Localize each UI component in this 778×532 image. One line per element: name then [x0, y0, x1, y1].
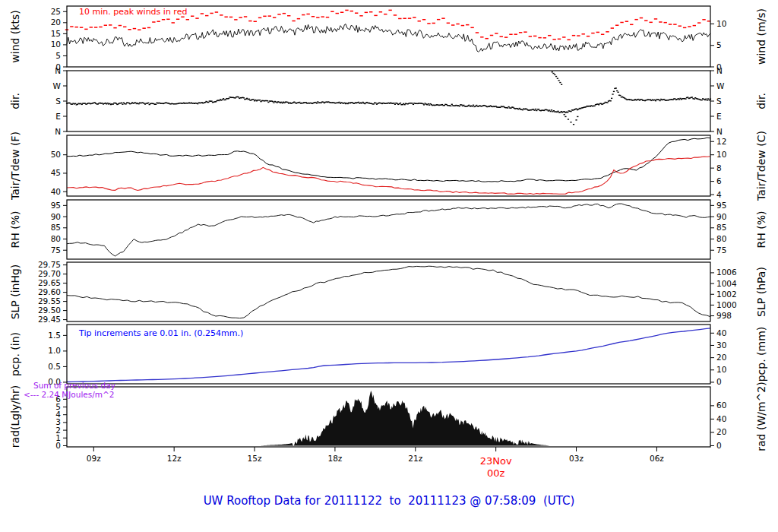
y-tick-label-right: S — [716, 97, 722, 106]
series-wind-dir — [272, 101, 274, 102]
series-wind-dir — [507, 107, 508, 108]
y-tick-label-right: 0 — [716, 377, 722, 386]
series-wind-dir — [473, 105, 474, 106]
series-wind-dir — [459, 106, 460, 106]
y-tick-label-right: 90 — [716, 212, 726, 221]
series-wind-dir — [138, 103, 139, 104]
series-wind-dir — [248, 99, 250, 100]
series-wind-dir-burst — [557, 78, 558, 79]
series-wind-dir — [561, 111, 562, 112]
series-wind-dir — [317, 101, 318, 102]
y-tick-label-left: 10 — [51, 40, 61, 49]
series-wind-dir — [557, 111, 558, 112]
series-wind-dir — [553, 110, 555, 111]
y-tick-label-right: E — [716, 112, 722, 121]
weather-meteogram: 05101520250510NESWNNESWN4045504681012758… — [0, 0, 778, 532]
x-label: 03z — [569, 454, 584, 463]
y-tick-label-left: 25 — [51, 7, 61, 16]
y-tick-label-left: E — [55, 112, 61, 121]
series-wind-dir — [708, 100, 710, 100]
series-wind-dir — [364, 103, 365, 104]
series-wind-dir — [704, 100, 706, 100]
y-tick-label-right: 998 — [716, 311, 732, 320]
series-wind-dir — [535, 109, 536, 109]
series-wind-dir — [444, 105, 445, 106]
series-wind-dir — [358, 102, 359, 103]
y-tick-label-right: 5 — [716, 40, 722, 49]
series-wind-dir-burst — [575, 119, 577, 120]
series-wind-dir — [393, 103, 394, 103]
x-label: 09z — [87, 454, 101, 463]
series-wind-dir-burst — [577, 116, 578, 117]
series-wind-dir — [207, 102, 209, 103]
rad-sum-note-line1: Sum of previous day — [33, 381, 115, 390]
series-wind-dir — [413, 104, 414, 105]
series-wind-dir — [361, 103, 362, 103]
series-wind-dir — [267, 102, 269, 103]
series-tair — [67, 138, 710, 182]
series-wind-dir — [641, 99, 643, 100]
series-rad — [67, 391, 710, 446]
series-wind-dir — [215, 101, 217, 102]
series-wind-dir — [659, 100, 661, 101]
series-wind-dir — [155, 104, 157, 105]
series-wind-dir — [472, 106, 473, 106]
y-tick-label-right: 6 — [716, 176, 722, 185]
y-tick-label-left: 45 — [51, 168, 61, 177]
series-wind-dir — [550, 111, 552, 112]
series-wind-dir-burst — [552, 73, 554, 74]
y-axis-label-temp-f: Tair/Tdew (F) — [9, 131, 21, 200]
series-wind-dir — [238, 97, 239, 97]
series-wind-dir — [273, 102, 274, 103]
y-axis-label-temp-c: Tair/Tdew (C) — [755, 131, 767, 201]
y-tick-label-right: 75 — [716, 245, 726, 255]
y-tick-label-left: 1.0 — [48, 346, 61, 355]
y-tick-label-right: W — [716, 81, 725, 90]
y-tick-label-left: 85 — [51, 223, 61, 232]
y-tick-label-right: 8 — [716, 163, 722, 173]
series-wind-dir — [707, 100, 708, 100]
series-wind-dir — [282, 103, 283, 103]
series-wind-dir-burst — [565, 116, 566, 117]
y-tick-label-left: W — [53, 81, 62, 90]
y-tick-label-left: 29.70 — [38, 269, 61, 278]
series-wind-dir — [299, 102, 300, 103]
series-wind-dir — [655, 100, 656, 101]
y-axis-label-slp-hpa: SLP (hPa) — [755, 267, 767, 317]
series-wind-dir — [403, 103, 404, 104]
series-wind-dir — [533, 109, 534, 109]
series-wind-dir — [225, 100, 226, 100]
series-wind-dir — [353, 103, 355, 104]
series-wind-dir — [570, 111, 571, 112]
series-wind-dir — [603, 103, 605, 103]
series-wind-dir — [115, 103, 117, 104]
y-tick-label-left: 80 — [51, 234, 61, 243]
series-wind-dir — [679, 98, 681, 99]
x-label-date-line2: 00z — [487, 467, 505, 479]
y-tick-label-left: N — [55, 66, 61, 75]
series-wind-dir — [125, 103, 127, 104]
series-wind-dir — [255, 100, 256, 100]
series-wind-dir — [611, 98, 612, 99]
series-wind-dir — [74, 103, 76, 104]
series-wind-dir — [315, 102, 316, 103]
y-axis-label-rh-left: RH (%) — [9, 211, 21, 249]
series-wind-dir — [707, 98, 709, 99]
series-wind-dir — [575, 108, 577, 109]
series-wind-dir — [107, 103, 109, 103]
series-wind-dir — [606, 102, 608, 103]
series-wind-dir — [616, 90, 618, 91]
series-wind-dir — [536, 110, 537, 111]
y-tick-label-right: 20 — [716, 353, 726, 362]
series-wind-dir — [228, 98, 229, 99]
series-wind-dir — [305, 102, 307, 103]
series-wind-dir-burst — [561, 84, 562, 85]
series-tdew — [67, 157, 710, 195]
series-wind-dir — [468, 105, 470, 106]
series-wind-dir-burst — [555, 76, 557, 77]
y-tick-label-left: 20 — [51, 17, 61, 27]
series-wind-dir — [613, 91, 615, 92]
series-wind-dir — [598, 104, 599, 105]
y-tick-label-right: 10 — [716, 150, 726, 159]
y-axis-label-wind-kts: wind (kts) — [9, 10, 21, 62]
